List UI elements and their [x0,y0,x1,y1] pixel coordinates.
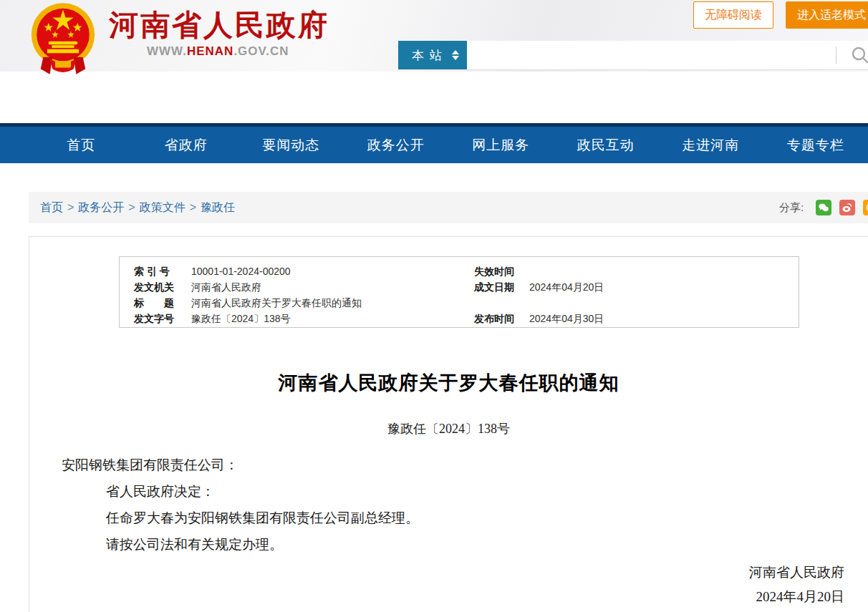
weibo-share-icon[interactable] [839,200,855,215]
breadcrumb-policy-docs[interactable]: 政策文件 [140,201,185,213]
article-container: 索 引 号 10001-01-2024-00200 发文机关 河南省人民政府 标… [29,236,868,612]
signature-org: 河南省人民政府 [749,560,844,585]
breadcrumb-home[interactable]: 首页 [40,201,63,213]
article-title: 河南省人民政府关于罗大春任职的通知 [29,370,868,396]
search-divider [836,47,836,64]
search-bar [467,41,868,70]
nav-item-online-services[interactable]: 网上服务 [448,127,554,163]
breadcrumb: 首页>政务公开>政策文件>豫政任 [40,192,235,223]
meta-title-value: 河南省人民政府关于罗大春任职的通知 [191,296,362,310]
accessibility-button[interactable]: 无障碍阅读 [693,1,773,29]
search-scope-select[interactable]: 本站 [398,41,467,69]
more-share-icon[interactable] [863,200,868,215]
breadcrumb-gov-affairs[interactable]: 政务公开 [78,201,124,213]
nav-item-provincial-gov[interactable]: 省政府 [134,127,239,163]
breadcrumb-separator: > [190,201,196,213]
meta-index-value: 10001-01-2024-00200 [191,264,291,278]
meta-docnum-value: 豫政任〔2024〕138号 [191,311,291,326]
meta-written-date-label: 成文日期 [474,280,514,294]
search-icon[interactable] [851,46,868,64]
breadcrumb-separator: > [128,201,135,213]
breadcrumb-separator: > [67,201,74,213]
meta-issuer-label: 发文机关 [134,280,174,294]
site-header: 河南省人民政府 WWW.HENAN.GOV.CN 无障碍阅读 进入适老模式 本站 [0,0,868,72]
search-input[interactable] [467,41,839,68]
share-label: 分享: [779,192,804,223]
meta-index-label: 索 引 号 [134,264,170,278]
select-arrows-icon [452,50,459,60]
article-paragraph: 省人民政府决定： [62,478,821,505]
signature-block: 河南省人民政府 2024年4月20日 [749,560,844,609]
article-body: 安阳钢铁集团有限责任公司： 省人民政府决定： 任命罗大春为安阳钢铁集团有限责任公… [62,452,821,558]
site-url: WWW.HENAN.GOV.CN [147,44,289,59]
nav-item-news[interactable]: 要闻动态 [238,127,344,163]
meta-issuer-value: 河南省人民政府 [191,280,261,294]
breadcrumb-current: 豫政任 [201,201,235,213]
nav-item-special-topics[interactable]: 专题专栏 [763,127,868,163]
article-paragraph: 请按公司法和有关规定办理。 [62,531,821,558]
meta-publish-date-value: 2024年04月30日 [529,311,604,326]
nav-item-about-henan[interactable]: 走进河南 [658,127,763,163]
main-nav: 首页 省政府 要闻动态 政务公开 网上服务 政民互动 走进河南 专题专栏 [0,123,868,163]
meta-expiry-label: 失效时间 [474,264,514,278]
article-paragraph: 任命罗大春为安阳钢铁集团有限责任公司副总经理。 [62,505,821,531]
site-title: 河南省人民政府 [109,6,329,45]
nav-item-home[interactable]: 首页 [29,127,134,163]
meta-publish-date-label: 发布时间 [474,311,514,326]
national-emblem-logo [30,0,96,77]
wechat-share-icon[interactable] [816,200,831,215]
meta-written-date-value: 2024年04月20日 [529,280,604,294]
signature-date: 2024年4月20日 [749,585,844,609]
nav-item-gov-affairs[interactable]: 政务公开 [344,127,449,163]
breadcrumb-bar: 首页>政务公开>政策文件>豫政任 分享: [29,192,868,223]
meta-title-label: 标 题 [134,296,174,310]
nav-items: 首页 省政府 要闻动态 政务公开 网上服务 政民互动 走进河南 专题专栏 [0,127,868,163]
document-meta-table: 索 引 号 10001-01-2024-00200 发文机关 河南省人民政府 标… [119,256,799,328]
article-paragraph: 安阳钢铁集团有限责任公司： [62,452,821,478]
nav-item-interaction[interactable]: 政民互动 [554,127,659,163]
meta-docnum-label: 发文字号 [134,311,174,326]
elder-mode-button[interactable]: 进入适老模式 [786,1,868,29]
article-doc-number: 豫政任〔2024〕138号 [29,420,868,437]
